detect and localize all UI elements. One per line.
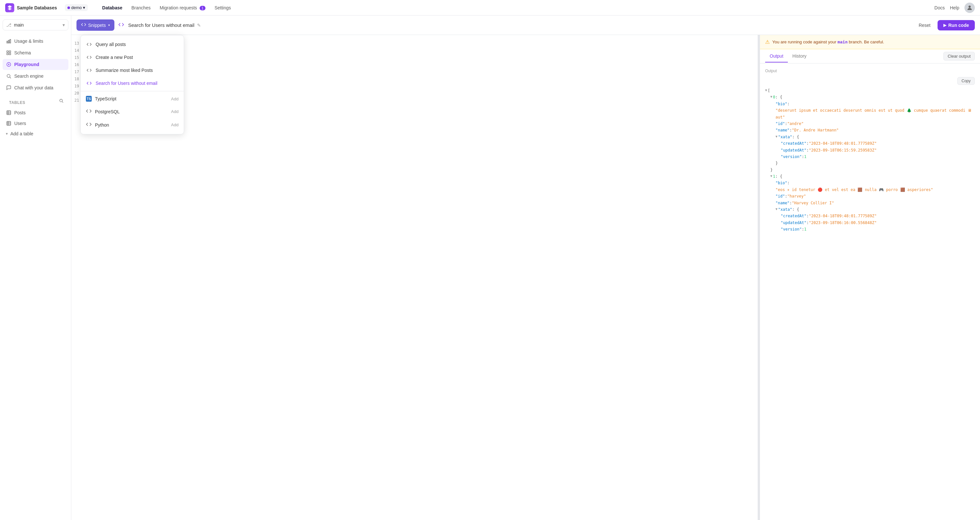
json-record-0-id: "id" : "andre"	[775, 120, 975, 127]
sidebar-playground-label: Playground	[14, 62, 39, 67]
postgresql-add[interactable]: Add	[171, 109, 178, 114]
migration-badge: 1	[200, 6, 205, 10]
output-content[interactable]: Output Copy ▼ [ ▼ 0 : {	[760, 63, 980, 520]
sidebar-item-playground[interactable]: Playground	[3, 59, 68, 70]
tables-search-button[interactable]	[57, 97, 65, 105]
app-logo[interactable]: Sample Databases	[5, 3, 57, 12]
json-record-1-id: "id" : "harvey"	[775, 193, 975, 200]
branch-chevron: ▾	[62, 22, 65, 27]
dropdown-python[interactable]: Python Add	[81, 118, 184, 132]
dropdown-typescript[interactable]: TS TypeScript Add	[81, 93, 184, 105]
svg-rect-3	[10, 40, 11, 43]
main-branch-text: main	[837, 40, 848, 44]
json-record-0-xata-version: "version" : 1	[781, 154, 975, 160]
typescript-icon: TS	[86, 96, 92, 101]
svg-line-13	[62, 101, 63, 103]
snippets-button[interactable]: Snippets ▾	[76, 19, 115, 31]
search-nav-icon	[6, 73, 12, 79]
user-avatar[interactable]	[964, 3, 975, 13]
expand-array-icon[interactable]: ▼	[765, 87, 767, 93]
dropdown-item-search-users[interactable]: Search for Users without email	[81, 77, 184, 90]
nav-settings[interactable]: Settings	[211, 3, 235, 12]
sidebar-search-label: Search engine	[14, 73, 43, 79]
output-label: Output	[765, 69, 975, 73]
python-icon	[86, 121, 92, 128]
table-users-icon	[6, 120, 12, 126]
sidebar-item-search[interactable]: Search engine	[3, 71, 68, 82]
snippets-chevron: ▾	[108, 23, 110, 27]
nav-branches[interactable]: Branches	[128, 3, 154, 12]
tables-section-title: Tables	[6, 98, 29, 106]
warning-banner: ⚠ You are running code against your main…	[760, 35, 980, 49]
json-record-0-xata-close: }	[775, 160, 975, 166]
svg-rect-5	[9, 51, 11, 52]
toolbar-right: Reset ▶ Run code	[915, 20, 975, 30]
sidebar-item-users[interactable]: Users	[3, 118, 68, 128]
nav-links: Database Branches Migration requests 1 S…	[98, 3, 235, 12]
snippet-title: Search for Users without email ✎	[128, 22, 200, 28]
python-left: Python	[86, 121, 109, 128]
sidebar-item-usage[interactable]: Usage & limits	[3, 36, 68, 47]
expand-xata-1-icon[interactable]: ▼	[775, 206, 778, 212]
json-line-open-bracket: ▼ [	[765, 87, 975, 94]
json-record-1-xata-createdAt: "createdAt" : "2023-04-18T09:48:01.77758…	[781, 213, 975, 219]
json-record-0-header: ▼ 0 : {	[770, 94, 975, 100]
output-tabs: Output History Clear output	[760, 49, 980, 63]
reset-button[interactable]: Reset	[915, 21, 934, 30]
docs-link[interactable]: Docs	[934, 5, 945, 10]
snippets-label: Snippets	[88, 23, 106, 28]
logo-icon	[5, 3, 14, 12]
warning-icon: ⚠	[765, 39, 770, 45]
sidebar-usage-label: Usage & limits	[14, 38, 43, 44]
editor-output-split: 13 results = xata.data().query("Users", …	[71, 35, 980, 520]
python-add[interactable]: Add	[171, 122, 178, 127]
top-nav-right: Docs Help	[934, 3, 975, 13]
top-navigation: Sample Databases demo ▾ Database Branche…	[0, 0, 980, 16]
svg-marker-9	[8, 63, 10, 65]
dropdown-summarize-label: Summarize most liked Posts	[95, 68, 153, 73]
dropdown-item-summarize[interactable]: Summarize most liked Posts	[81, 64, 184, 77]
branch-selector[interactable]: ⎇ main ▾	[3, 19, 68, 30]
nav-migration-requests[interactable]: Migration requests 1	[156, 3, 209, 12]
typescript-add[interactable]: Add	[171, 97, 178, 101]
expand-xata-0-icon[interactable]: ▼	[775, 134, 778, 139]
copy-button[interactable]: Copy	[957, 77, 975, 85]
svg-rect-1	[7, 41, 8, 43]
tab-output[interactable]: Output	[765, 50, 788, 62]
snippet-query-icon	[86, 41, 92, 48]
svg-rect-4	[7, 51, 8, 52]
dropdown-item-create-post[interactable]: Create a new Post	[81, 51, 184, 64]
help-link[interactable]: Help	[950, 5, 959, 10]
warning-text-after: branch. Be careful.	[848, 40, 884, 44]
expand-record-0-icon[interactable]: ▼	[770, 94, 772, 100]
snippet-create-icon	[86, 54, 92, 60]
run-icon: ▶	[943, 23, 946, 27]
json-output: ▼ [ ▼ 0 : { "bio" :	[765, 87, 975, 233]
dropdown-postgresql[interactable]: PostgreSQL Add	[81, 105, 184, 118]
clear-output-button[interactable]: Clear output	[943, 52, 975, 60]
run-code-button[interactable]: ▶ Run code	[937, 20, 975, 30]
sidebar-schema-label: Schema	[14, 50, 31, 55]
sidebar-item-schema[interactable]: Schema	[3, 47, 68, 58]
warning-text: You are running code against your main b…	[772, 40, 884, 44]
dropdown-item-query-all-posts[interactable]: Query all posts	[81, 38, 184, 51]
snippets-dropdown: Query all posts Create a new Post Summar…	[80, 35, 184, 134]
svg-rect-18	[7, 121, 11, 125]
brand-name: Sample Databases	[17, 5, 57, 10]
json-record-1-xata-version: "version" : 1	[781, 226, 975, 233]
svg-point-0	[969, 5, 971, 8]
branch-name: main	[14, 22, 24, 27]
output-pane: ⚠ You are running code against your main…	[760, 35, 980, 520]
nav-database[interactable]: Database	[98, 3, 126, 12]
dropdown-divider	[81, 91, 184, 91]
add-table-button[interactable]: ▾ Add a table	[3, 129, 68, 139]
edit-icon[interactable]: ✎	[197, 23, 201, 28]
tab-history[interactable]: History	[788, 50, 811, 62]
demo-selector[interactable]: demo ▾	[65, 4, 88, 11]
chevron-down-icon: ▾	[83, 5, 85, 10]
json-record-0-bio-key: "bio" :	[775, 101, 975, 107]
snippet-icon	[118, 22, 124, 29]
expand-record-1-icon[interactable]: ▼	[770, 173, 772, 179]
sidebar-item-posts[interactable]: Posts	[3, 108, 68, 118]
sidebar-item-chat[interactable]: Chat with your data	[3, 82, 68, 93]
